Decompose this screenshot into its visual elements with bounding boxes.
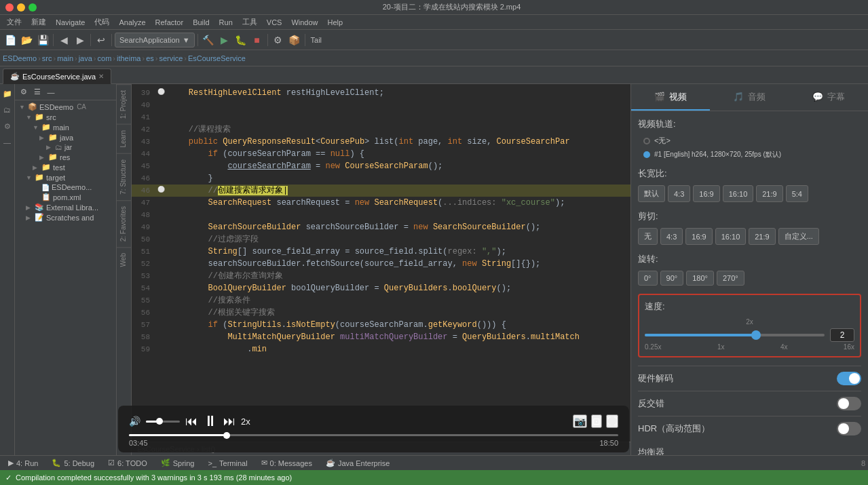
bottom-tab-terminal[interactable]: >_ Terminal (202, 458, 252, 469)
bottom-tab-run[interactable]: ▶ 4: Run (3, 457, 43, 469)
ratio-btn-16-9[interactable]: 16:9 (693, 185, 719, 202)
ratio-btn-default[interactable]: 默认 (638, 185, 665, 202)
playback-speed-badge[interactable]: 2x (241, 416, 250, 427)
fast-forward-btn[interactable]: ⏭ (223, 414, 235, 429)
crop-btn-none[interactable]: 无 (638, 228, 658, 245)
breadcrumb-java[interactable]: java (79, 54, 92, 62)
menu-refactor[interactable]: Refactor (151, 17, 188, 28)
menu-build[interactable]: Build (189, 17, 213, 28)
bottom-tab-messages[interactable]: ✉ 0: Messages (256, 457, 318, 469)
speed-slider-thumb[interactable] (751, 330, 761, 340)
bottom-tab-debug[interactable]: 🐛 5: Debug (46, 457, 100, 469)
breadcrumb-service[interactable]: service (159, 54, 183, 62)
tree-item-target[interactable]: ▼ 📁 target (16, 172, 115, 182)
crop-btn-custom[interactable]: 自定义... (778, 228, 819, 245)
breadcrumb-esdeemo[interactable]: ESDeemo (3, 54, 37, 62)
radio-none[interactable]: <无> (643, 136, 861, 146)
project-dropdown[interactable]: SearchApplication ▼ (115, 33, 195, 47)
back-btn[interactable]: ◀ (56, 33, 71, 47)
rewind-btn[interactable]: ⏮ (185, 414, 197, 429)
rotate-btn-180[interactable]: 180° (686, 271, 714, 286)
pause-btn[interactable]: ⏸ (203, 412, 218, 430)
breadcrumb-es[interactable]: es (146, 54, 154, 62)
stop-btn[interactable]: ■ (250, 33, 265, 47)
menu-window[interactable]: Window (287, 17, 322, 28)
bottom-tab-todo[interactable]: ☑ 6: TODO (102, 457, 153, 469)
tree-item-pom[interactable]: ▶ 📋 pom.xml (16, 192, 115, 202)
close-button[interactable] (5, 3, 14, 12)
vertical-label-structure[interactable]: 7: Structure (117, 153, 131, 200)
tail-btn[interactable]: Tail (308, 33, 325, 47)
menu-file[interactable]: 文件 (3, 16, 26, 28)
volume-slider[interactable] (146, 421, 180, 423)
menu-analyze[interactable]: Analyze (115, 17, 149, 28)
tree-item-jar[interactable]: ▶ 🗂 jar (16, 142, 115, 152)
sidebar-gear-btn[interactable]: ☰ (31, 86, 43, 98)
breadcrumb-itheima[interactable]: itheima (117, 54, 140, 62)
minimize-side-icon[interactable]: — (1, 136, 14, 149)
breadcrumb-class[interactable]: EsCourseService (188, 54, 246, 62)
mute-btn[interactable]: 🔊 (129, 416, 140, 427)
ratio-btn-5-4[interactable]: 5:4 (786, 185, 808, 202)
bottom-tab-spring[interactable]: 🌿 Spring (155, 457, 200, 469)
menu-code[interactable]: 代码 (90, 16, 113, 28)
breadcrumb-main[interactable]: main (57, 54, 73, 62)
structure-icon[interactable]: 🗂 (1, 103, 14, 117)
new-file-btn[interactable]: 📄 (3, 33, 18, 47)
radio-track1[interactable]: #1 [English] h264, 1280×720, 25fps (默认) (643, 150, 861, 159)
maximize-button[interactable] (29, 3, 37, 12)
vertical-label-learn[interactable]: Learn (117, 124, 131, 153)
tab-escourseservice[interactable]: ☕ EsCourseService.java ✕ (3, 69, 111, 84)
fullscreen-btn[interactable]: ⛶ (606, 414, 618, 428)
tab-audio[interactable]: 🎵 音频 (710, 84, 789, 111)
tab-video[interactable]: 🎬 视频 (631, 84, 710, 111)
volume-thumb[interactable] (156, 418, 163, 425)
hardware-decode-toggle[interactable] (837, 372, 861, 385)
menu-tools[interactable]: 工具 (238, 16, 261, 28)
breadcrumb-src[interactable]: src (42, 54, 52, 62)
close-icon[interactable]: ✕ (98, 73, 104, 80)
ratio-btn-4-3[interactable]: 4:3 (668, 185, 690, 202)
crop-btn-16-9[interactable]: 16:9 (685, 228, 712, 245)
sidebar-collapse-btn[interactable]: — (45, 86, 57, 98)
crop-btn-16-10[interactable]: 16:10 (715, 228, 747, 245)
project-icon[interactable]: 📁 (1, 87, 14, 100)
tab-subtitle[interactable]: 💬 字幕 (789, 84, 868, 111)
tree-item-test[interactable]: ▶ 📁 test (16, 162, 115, 172)
settings-side-icon[interactable]: ⚙ (1, 119, 14, 133)
progress-bar[interactable] (129, 434, 618, 436)
traffic-lights[interactable] (5, 3, 37, 12)
hdr-toggle[interactable] (837, 422, 861, 435)
save-btn[interactable]: 💾 (35, 33, 50, 47)
tree-item-scratches[interactable]: ▶ 📝 Scratches and (16, 212, 115, 222)
menu-vcs[interactable]: VCS (263, 17, 286, 28)
menu-navigate[interactable]: Navigate (52, 17, 89, 28)
sdk-btn[interactable]: 📦 (287, 33, 302, 47)
menu-new[interactable]: 新建 (27, 16, 50, 28)
tree-item-esdeemo[interactable]: ▼ 📦 ESDeemo CA (16, 102, 115, 112)
screenshot-btn[interactable]: 📷 (573, 414, 587, 428)
rotate-btn-0[interactable]: 0° (638, 271, 658, 286)
bottom-tab-java-enterprise[interactable]: ☕ Java Enterprise (320, 457, 395, 469)
menu-run[interactable]: Run (215, 17, 237, 28)
ratio-btn-16-10[interactable]: 16:10 (723, 185, 754, 202)
rotate-btn-270[interactable]: 270° (717, 271, 744, 286)
open-btn[interactable]: 📂 (19, 33, 34, 47)
sidebar-settings-btn[interactable]: ⚙ (18, 86, 30, 98)
tree-item-main[interactable]: ▼ 📁 main (16, 122, 115, 132)
tree-item-ext-lib[interactable]: ▶ 📚 External Libra... (16, 202, 115, 212)
vertical-label-project[interactable]: 1: Project (117, 84, 131, 124)
speed-slider[interactable] (645, 334, 825, 336)
tree-item-esdeemo-file[interactable]: ▶ 📄 ESDeemo... (16, 182, 115, 192)
crop-btn-4-3[interactable]: 4:3 (660, 228, 683, 245)
minimize-button[interactable] (17, 3, 25, 12)
rotate-btn-90[interactable]: 90° (660, 271, 684, 286)
progress-thumb[interactable] (223, 432, 230, 439)
tree-item-res[interactable]: ▶ 📁 res (16, 152, 115, 162)
menu-help[interactable]: Help (324, 17, 347, 28)
vertical-label-favorites[interactable]: 2: Favorites (117, 200, 131, 247)
pip-btn[interactable]: ⊡ (591, 414, 602, 428)
ratio-btn-21-9[interactable]: 21:9 (756, 185, 782, 202)
build-btn[interactable]: 🔨 (201, 33, 216, 47)
debug-btn[interactable]: 🐛 (233, 33, 248, 47)
